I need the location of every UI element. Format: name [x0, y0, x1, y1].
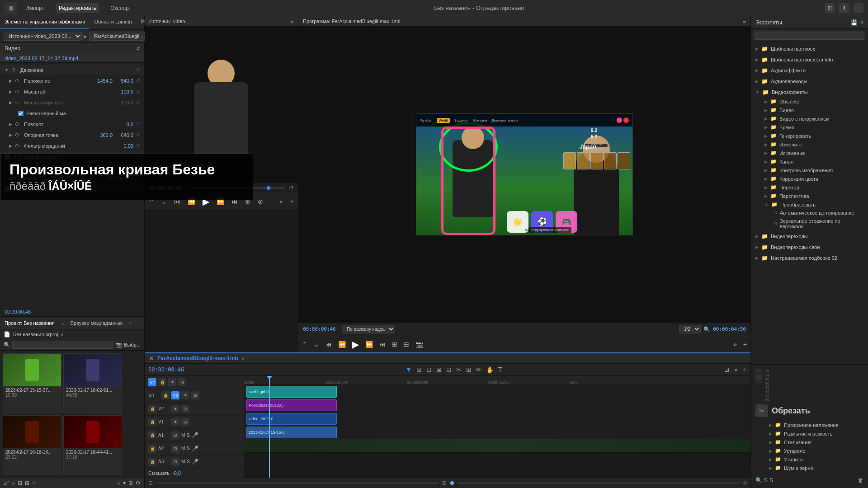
a3-sync-btn[interactable]: ⊟ — [171, 458, 179, 466]
wybr-label[interactable]: Выбр... — [124, 342, 141, 347]
media-item-1[interactable]: 2023-02-17 15-15-37... 19:30 — [3, 353, 61, 413]
program-menu-icon[interactable]: ≡ — [743, 18, 746, 24]
tl-rate-stretch-tool[interactable]: ⊟ — [445, 365, 453, 374]
project-tab[interactable]: Проект: Без названия — [0, 319, 59, 328]
rot-expand[interactable]: ▶ — [9, 122, 12, 127]
sw-expand[interactable]: ▶ — [9, 100, 12, 105]
anc-expand[interactable]: ▶ — [9, 133, 12, 137]
fullscreen-icon[interactable]: ⛶ — [854, 3, 863, 13]
menu-import[interactable]: Импорт — [23, 3, 47, 13]
ve-channel[interactable]: ▶ 📁 Канал — [751, 157, 868, 166]
tl-zoom-out[interactable]: ⊟ — [148, 480, 153, 486]
zoom-icon[interactable]: 🔍 — [703, 326, 710, 333]
cat-audio-trans-header[interactable]: ▶ 📁 Аудиопереходы — [751, 76, 868, 86]
menu-edit[interactable]: Редактировать — [56, 3, 99, 13]
ve-generate[interactable]: ▶ 📁 Генерировать — [751, 131, 868, 140]
source-overwrite[interactable]: ⊗ — [256, 197, 265, 206]
cat-c02-header[interactable]: ▶ 📁 Настраиваемая подборка 02 — [751, 253, 868, 263]
crop-blur[interactable]: ▶ 📁 Размытие и резкость — [755, 429, 863, 438]
crop-transparent[interactable]: ▶ 📁 Прозрачное наложение — [755, 421, 863, 429]
v3-active-btn[interactable]: V3 — [171, 391, 179, 399]
source-more[interactable]: » — [278, 197, 285, 206]
v1-eye-btn[interactable]: 👁 — [171, 418, 179, 426]
rp-s-icon[interactable]: S — [764, 477, 768, 483]
v3-lock-btn[interactable]: 🔒 — [161, 391, 170, 399]
v2-eye-btn[interactable]: 👁 — [171, 405, 179, 413]
icon-view-btn[interactable]: ⊟ — [18, 480, 22, 486]
v3-sync-btn[interactable]: ⊟ — [191, 391, 199, 399]
media-item-3[interactable]: 2023-02-17 16-18-18... 23:22 — [3, 415, 61, 475]
prog-step-back[interactable]: ⏮ — [324, 340, 334, 349]
clip-poor[interactable]: PoorDisastrousBaij- — [246, 399, 337, 411]
a3-m-btn[interactable]: M — [181, 459, 185, 464]
new-bin-icon[interactable]: 🖊 — [4, 480, 9, 486]
v2-lock-btn[interactable]: 🔒 — [148, 405, 156, 413]
tl-settings[interactable]: » — [733, 365, 739, 374]
crop-style[interactable]: ▶ 📁 Стилизация — [755, 438, 863, 446]
v1-sync-btn[interactable]: ⊟ — [181, 418, 189, 426]
ve-color-correct[interactable]: ▶ 📁 Коррекция цвета — [751, 174, 868, 183]
ve-mirror-vert[interactable]: ⊡ Зеркальное отражение по вертикали — [751, 217, 868, 230]
ve-transform[interactable]: ▼ 📁 Преобразовать — [751, 200, 868, 209]
v4-mute-btn[interactable]: M — [178, 378, 186, 386]
prog-mark-in[interactable]: ⌃ — [300, 340, 309, 349]
a3-mic-icon[interactable]: 🎤 — [192, 459, 198, 465]
playhead[interactable] — [269, 376, 270, 478]
project-search-input[interactable] — [12, 341, 113, 349]
expand-icon[interactable]: ⊞ — [825, 3, 835, 13]
anchor-x-value[interactable]: 360,0 — [94, 132, 113, 138]
rot-reset[interactable]: ↺ — [136, 122, 140, 127]
sort-options[interactable]: ▾ — [123, 480, 126, 486]
prog-add[interactable]: + — [741, 340, 749, 349]
a1-mic-icon[interactable]: 🎤 — [192, 432, 198, 438]
pos-reset[interactable]: ↺ — [136, 78, 140, 83]
effects-save-icon[interactable]: 💾 — [851, 19, 858, 26]
a2-lock-btn[interactable]: 🔒 — [148, 445, 156, 453]
ve-autocenter[interactable]: ⊡ Автоматическое центрирование — [751, 209, 868, 217]
anc-stopwatch-icon[interactable]: ⊙ — [15, 132, 21, 138]
tl-filter-icon[interactable]: ⊿ — [723, 365, 731, 374]
position-y-value[interactable]: 540,0 — [115, 78, 133, 84]
list-view-icon[interactable]: ≡ — [12, 480, 15, 486]
a1-s-btn[interactable]: S — [187, 433, 190, 438]
cat-ct-header[interactable]: ▶ 📁 Видеопереходы свои — [751, 242, 868, 252]
effects-menu-icon[interactable]: ≡ — [860, 19, 863, 26]
a2-s-btn[interactable]: S — [187, 446, 190, 451]
tl-razor-tool[interactable]: ✂ — [455, 365, 462, 374]
source-add[interactable]: + — [288, 197, 296, 206]
flicker-value[interactable]: 0,00 — [115, 143, 133, 149]
timeline-close[interactable]: ✕ — [149, 355, 154, 361]
prog-rewind[interactable]: ⏪ — [336, 340, 348, 349]
cat-lumetri-header[interactable]: ▶ 📁 Шаблоны настроек Lumetri — [751, 55, 868, 65]
grid-icon[interactable]: ⊞ — [128, 480, 133, 486]
crop-utility[interactable]: ▶ 📁 Утилита — [755, 455, 863, 464]
menu-export[interactable]: Экспорт — [108, 3, 134, 13]
rp-search-icon[interactable]: 🔍 — [755, 477, 762, 483]
v4-lock-btn[interactable]: 🔒 — [158, 378, 166, 386]
a1-sync-btn[interactable]: ⊟ — [171, 431, 179, 439]
scale-width-value[interactable]: 100,0 — [115, 100, 133, 105]
tl-zoom-in[interactable]: ⊞ — [442, 480, 447, 486]
prog-step-fwd[interactable]: ⏭ — [377, 340, 387, 349]
flk-stopwatch-icon[interactable]: ⊙ — [15, 143, 21, 149]
tl-add[interactable]: + — [741, 365, 747, 374]
ve-time[interactable]: ▶ 📁 Время — [751, 123, 868, 131]
prog-lift[interactable]: ⊞ — [390, 340, 399, 349]
ve-obsolete[interactable]: ▶ 📁 Obsolete — [751, 97, 868, 106]
a3-s-btn[interactable]: S — [187, 459, 190, 464]
a2-sync-btn[interactable]: ⊟ — [171, 445, 179, 453]
source-loop-icon[interactable]: ↺ — [289, 185, 293, 191]
motion-group-header[interactable]: ▼ ⊙ Движение ↺ — [0, 65, 144, 75]
rp-trash-icon[interactable]: 🗑 — [858, 477, 863, 483]
rotation-value[interactable]: 0,0 — [115, 122, 133, 127]
tl-slip-tool[interactable]: ⊞ — [465, 365, 472, 374]
tl-zoom-slider[interactable] — [156, 482, 439, 484]
ve-change[interactable]: ▶ 📁 Изменить — [751, 140, 868, 149]
v1-lock-btn[interactable]: 🔒 — [148, 418, 156, 426]
ve-distort[interactable]: ▶ 📁 Искажение — [751, 149, 868, 157]
anc-reset[interactable]: ↺ — [136, 132, 140, 137]
prog-extract[interactable]: ⊟ — [402, 340, 411, 349]
upload-icon[interactable]: ⬆ — [839, 3, 849, 13]
ve-transition[interactable]: ▶ 📁 Переход — [751, 183, 868, 192]
ve-immersive[interactable]: ▶ 📁 Видео с погружением — [751, 114, 868, 123]
